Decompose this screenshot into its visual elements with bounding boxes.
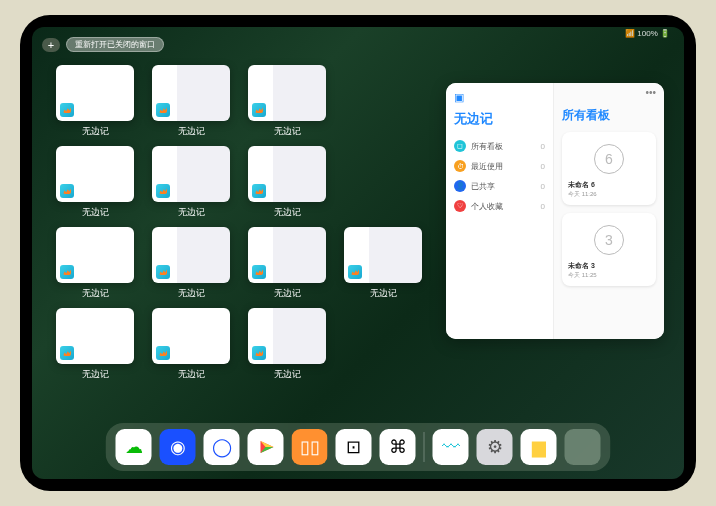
window-label: 无边记 — [274, 125, 301, 138]
sidebar-item[interactable]: 👤已共享0 — [454, 176, 545, 196]
window-preview — [56, 146, 134, 202]
dock-quark-hd-icon[interactable]: ◉ — [160, 429, 196, 465]
panel-sidebar-title: 无边记 — [454, 110, 545, 128]
dock-play-icon[interactable] — [248, 429, 284, 465]
new-window-button[interactable]: + — [42, 38, 60, 52]
board-card[interactable]: 3未命名 3今天 11:25 — [562, 213, 656, 286]
freeform-app-icon — [156, 265, 170, 279]
dock-separator — [424, 432, 425, 462]
sidebar-item-count: 0 — [541, 182, 545, 191]
window-thumbnail[interactable]: 无边记 — [248, 308, 326, 381]
board-card[interactable]: 6未命名 6今天 11:26 — [562, 132, 656, 205]
sidebar-item[interactable]: ◻所有看板0 — [454, 136, 545, 156]
freeform-app-icon — [156, 346, 170, 360]
sidebar-toggle-icon[interactable]: ▣ — [454, 91, 464, 104]
window-thumbnail[interactable]: 无边记 — [152, 227, 230, 300]
dock-quark-icon[interactable]: ◯ — [204, 429, 240, 465]
screen: 📶 100% 🔋 + 重新打开已关闭的窗口 无边记无边记无边记无边记无边记无边记… — [32, 27, 684, 479]
window-preview — [248, 146, 326, 202]
panel-main-title: 所有看板 — [562, 107, 656, 124]
freeform-app-icon — [252, 103, 266, 117]
window-label: 无边记 — [178, 368, 205, 381]
board-name: 未命名 3 — [568, 261, 650, 271]
window-label: 无边记 — [82, 368, 109, 381]
window-preview — [248, 227, 326, 283]
dock: ☁◉◯▯▯⊡⌘〰⚙▆ — [106, 423, 611, 471]
sidebar-item-count: 0 — [541, 162, 545, 171]
board-preview: 3 — [568, 219, 650, 261]
category-icon: ⏱ — [454, 160, 466, 172]
window-preview — [152, 146, 230, 202]
window-preview — [344, 227, 422, 283]
window-label: 无边记 — [370, 287, 397, 300]
freeform-app-icon — [252, 184, 266, 198]
window-thumbnail[interactable]: 无边记 — [56, 227, 134, 300]
dock-wechat-icon[interactable]: ☁ — [116, 429, 152, 465]
dock-books-icon[interactable]: ▯▯ — [292, 429, 328, 465]
window-preview — [152, 308, 230, 364]
topbar: + 重新打开已关闭的窗口 — [42, 37, 164, 52]
board-digit-icon: 6 — [594, 144, 624, 174]
sidebar-item-label: 所有看板 — [471, 141, 503, 152]
category-icon: ♡ — [454, 200, 466, 212]
window-label: 无边记 — [274, 206, 301, 219]
window-preview — [152, 65, 230, 121]
window-preview — [248, 65, 326, 121]
ipad-frame: 📶 100% 🔋 + 重新打开已关闭的窗口 无边记无边记无边记无边记无边记无边记… — [20, 15, 696, 491]
sidebar-item[interactable]: ⏱最近使用0 — [454, 156, 545, 176]
window-preview — [56, 227, 134, 283]
freeform-app-icon — [348, 265, 362, 279]
panel-sidebar: ▣ 无边记 ◻所有看板0⏱最近使用0👤已共享0♡个人收藏0 — [446, 83, 554, 339]
window-thumbnail[interactable]: 无边记 — [152, 65, 230, 138]
window-thumbnail[interactable]: 无边记 — [56, 146, 134, 219]
board-name: 未命名 6 — [568, 180, 650, 190]
freeform-app-icon — [156, 184, 170, 198]
window-thumbnail[interactable]: 无边记 — [248, 146, 326, 219]
window-label: 无边记 — [274, 287, 301, 300]
freeform-app-icon — [60, 103, 74, 117]
window-thumbnail[interactable]: 无边记 — [56, 65, 134, 138]
window-grid: 无边记无边记无边记无边记无边记无边记无边记无边记无边记无边记无边记无边记无边记 — [56, 65, 426, 381]
window-thumbnail[interactable]: 无边记 — [344, 227, 422, 300]
board-timestamp: 今天 11:25 — [568, 271, 650, 280]
window-thumbnail[interactable]: 无边记 — [152, 308, 230, 381]
window-label: 无边记 — [82, 206, 109, 219]
window-preview — [56, 308, 134, 364]
sidebar-item[interactable]: ♡个人收藏0 — [454, 196, 545, 216]
window-preview — [152, 227, 230, 283]
dock-freeform-icon[interactable]: 〰 — [433, 429, 469, 465]
more-icon[interactable]: ••• — [645, 87, 656, 98]
reopen-closed-window-button[interactable]: 重新打开已关闭的窗口 — [66, 37, 164, 52]
window-thumbnail[interactable]: 无边记 — [152, 146, 230, 219]
board-digit-icon: 3 — [594, 225, 624, 255]
status-bar: 📶 100% 🔋 — [625, 29, 670, 38]
board-timestamp: 今天 11:26 — [568, 190, 650, 199]
dock-app-folder[interactable] — [565, 429, 601, 465]
freeform-app-icon — [252, 265, 266, 279]
sidebar-item-label: 已共享 — [471, 181, 495, 192]
freeform-panel: ▣ 无边记 ◻所有看板0⏱最近使用0👤已共享0♡个人收藏0 ••• 所有看板 6… — [446, 83, 664, 339]
window-label: 无边记 — [82, 287, 109, 300]
sidebar-item-count: 0 — [541, 142, 545, 151]
sidebar-item-count: 0 — [541, 202, 545, 211]
dock-dice-icon[interactable]: ⊡ — [336, 429, 372, 465]
window-preview — [248, 308, 326, 364]
dock-notes-icon[interactable]: ▆ — [521, 429, 557, 465]
window-preview — [56, 65, 134, 121]
sidebar-item-label: 最近使用 — [471, 161, 503, 172]
freeform-app-icon — [156, 103, 170, 117]
freeform-app-icon — [252, 346, 266, 360]
window-label: 无边记 — [274, 368, 301, 381]
dock-nodes-icon[interactable]: ⌘ — [380, 429, 416, 465]
window-thumbnail[interactable]: 无边记 — [248, 65, 326, 138]
board-preview: 6 — [568, 138, 650, 180]
freeform-app-icon — [60, 265, 74, 279]
category-icon: ◻ — [454, 140, 466, 152]
window-label: 无边记 — [178, 287, 205, 300]
window-label: 无边记 — [178, 206, 205, 219]
freeform-app-icon — [60, 346, 74, 360]
window-thumbnail[interactable]: 无边记 — [56, 308, 134, 381]
window-thumbnail[interactable]: 无边记 — [248, 227, 326, 300]
dock-settings-icon[interactable]: ⚙ — [477, 429, 513, 465]
window-label: 无边记 — [178, 125, 205, 138]
